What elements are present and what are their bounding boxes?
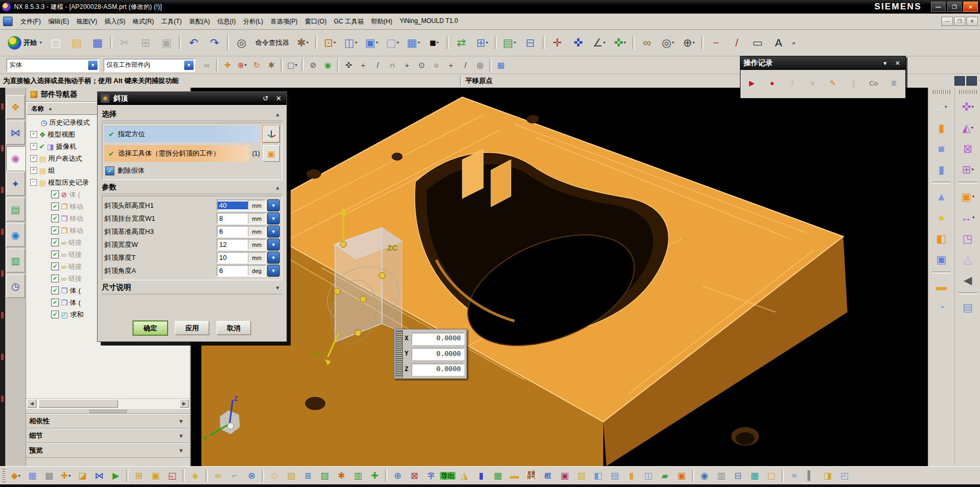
toolbar-grip[interactable] bbox=[933, 90, 950, 94]
menu-item[interactable]: 编辑(E) bbox=[44, 16, 73, 28]
status-mini-icon[interactable] bbox=[954, 76, 965, 86]
parameter-input[interactable]: 6 deg bbox=[217, 265, 266, 277]
workpiece-icon[interactable]: ▦ bbox=[24, 468, 41, 483]
scope-combo[interactable]: 仅在工作部件内▼ bbox=[103, 58, 195, 72]
paste-icon[interactable]: ▣ bbox=[156, 32, 177, 53]
delete-dummy-checkbox[interactable]: ✓ 删除假体 bbox=[104, 164, 280, 177]
graphics-viewport[interactable]: ZC YC Z Y X 0.0000 Y 0.0000 Z 0.0000 bbox=[191, 88, 928, 466]
child-minimize-button[interactable]: — bbox=[941, 17, 953, 26]
checkbox-icon[interactable]: ✔ bbox=[51, 251, 59, 258]
bom-icon[interactable]: ≣ bbox=[300, 468, 316, 483]
ejector-table-icon[interactable]: ▦ bbox=[489, 468, 506, 483]
toolbar-grip[interactable] bbox=[959, 90, 977, 94]
checkbox-icon[interactable]: ✔ bbox=[51, 215, 59, 222]
coordinate-input[interactable]: 0.0000 bbox=[411, 332, 464, 345]
checkbox-icon[interactable]: ✔ bbox=[51, 287, 59, 294]
ok-button[interactable]: 确定 bbox=[133, 321, 168, 335]
cone-icon[interactable]: ▲ bbox=[929, 186, 953, 207]
endpoint-snap-icon[interactable]: / bbox=[371, 58, 385, 73]
copy-icon[interactable]: ⊞ bbox=[135, 32, 156, 53]
drawing-icon[interactable]: ▨ bbox=[316, 468, 333, 483]
link-check-icon[interactable]: ∞ bbox=[637, 32, 658, 53]
constraint-navigator-tab[interactable]: ⋈ bbox=[6, 121, 25, 145]
pocket-tool-icon[interactable]: ◇ bbox=[266, 468, 283, 483]
save-icon[interactable]: ▦ bbox=[87, 32, 108, 53]
midpoint-snap-icon[interactable]: ✜ bbox=[341, 58, 356, 73]
menu-item[interactable]: 装配(A) bbox=[185, 16, 213, 28]
expand-arrow-icon[interactable]: ▼ bbox=[175, 431, 187, 441]
check-mold-icon[interactable]: ◉ bbox=[696, 468, 713, 483]
spinner-dropdown-icon[interactable]: ▼ bbox=[267, 212, 280, 224]
record-icon[interactable]: ● bbox=[763, 76, 781, 90]
add-material-icon[interactable]: ✚▾ bbox=[57, 468, 74, 483]
split-body-icon[interactable]: ◧ bbox=[929, 228, 953, 248]
step-icon[interactable]: ∥ bbox=[844, 76, 862, 90]
plate-tool-icon[interactable]: ▢ bbox=[763, 468, 780, 483]
swap-view-icon[interactable]: ⇄ bbox=[451, 32, 472, 53]
point-icon[interactable]: ✜▾ bbox=[609, 32, 630, 53]
collapsed-panel[interactable]: 细节 ▼ bbox=[26, 429, 190, 443]
rect-select-icon[interactable]: ▢▾ bbox=[285, 58, 300, 73]
expander-icon[interactable]: − bbox=[30, 179, 37, 186]
window-icon[interactable]: ◫ bbox=[640, 468, 656, 483]
rotate-wcs-icon[interactable]: ↻ bbox=[249, 58, 264, 73]
undo-icon[interactable]: ↶ bbox=[183, 32, 204, 53]
close-button[interactable]: ✕ bbox=[963, 2, 978, 12]
expander-icon[interactable]: + bbox=[30, 131, 37, 138]
export-icon[interactable]: 导出 bbox=[439, 468, 456, 483]
face-point-snap-icon[interactable]: ◎ bbox=[473, 58, 487, 73]
matrix-tool-icon[interactable]: ▦ bbox=[746, 468, 763, 483]
select-tool-body-row[interactable]: ✔ 选择工具体（需拆分斜顶的工件） bbox=[104, 145, 249, 162]
new-file-icon[interactable]: ▢ bbox=[45, 32, 66, 53]
rectangle-icon[interactable]: ▭ bbox=[747, 32, 768, 53]
menu-item[interactable]: 窗口(O) bbox=[301, 16, 330, 28]
checkbox-icon[interactable]: ✔ bbox=[51, 239, 59, 246]
code-icon[interactable]: Co bbox=[865, 76, 882, 90]
trim-mold-icon[interactable]: ◱ bbox=[164, 468, 181, 483]
hole-icon[interactable]: ▣ bbox=[929, 248, 953, 269]
no-snap-icon[interactable]: ⊘ bbox=[306, 58, 320, 73]
column-icon[interactable]: ▮ bbox=[623, 468, 640, 483]
csys-manipulator-button[interactable] bbox=[263, 126, 280, 142]
checkbox-icon[interactable]: ✔ bbox=[51, 275, 59, 282]
redo-icon[interactable]: ↷ bbox=[204, 32, 225, 53]
spinner-dropdown-icon[interactable]: ▼ bbox=[267, 225, 280, 237]
browser-tab[interactable]: ▥ bbox=[6, 248, 25, 272]
intersection-snap-icon[interactable]: + bbox=[400, 58, 414, 73]
tool-body-button[interactable]: ▣ bbox=[263, 145, 280, 162]
existing-point-snap-icon[interactable]: + bbox=[444, 58, 458, 73]
edit-script-icon[interactable]: ✎ bbox=[824, 76, 842, 90]
cancel-button[interactable]: 取消 bbox=[217, 321, 251, 335]
toolbar-overflow[interactable]: » bbox=[792, 40, 795, 46]
log-icon[interactable]: ≣ bbox=[885, 76, 903, 90]
menu-item[interactable]: 视图(V) bbox=[73, 16, 101, 28]
collapse-arrow-icon[interactable]: ▲ bbox=[273, 110, 282, 118]
parameter-input[interactable]: 40 mm bbox=[217, 199, 266, 211]
web-info-tab[interactable]: ◉ bbox=[6, 223, 25, 247]
wave-link-icon[interactable]: ∞ bbox=[210, 468, 226, 483]
delete-face-icon[interactable]: ⊠ bbox=[956, 138, 980, 159]
panel-dropdown-icon[interactable]: ▾ bbox=[880, 60, 890, 67]
collapse-arrow-icon[interactable]: ▲ bbox=[273, 183, 282, 192]
link-icon[interactable]: ∞ bbox=[199, 58, 214, 73]
command-finder-button[interactable]: 命令查找器 bbox=[252, 38, 292, 47]
line-icon[interactable]: / bbox=[726, 32, 747, 53]
child-close-button[interactable]: ✕ bbox=[966, 17, 978, 26]
shrinkage-icon[interactable]: ◪ bbox=[74, 468, 91, 483]
expander-icon[interactable]: + bbox=[30, 155, 37, 162]
dialog-titlebar[interactable]: ✱ 斜顶 ↺ ✕ bbox=[98, 92, 286, 105]
menu-item[interactable]: 格式(R) bbox=[129, 16, 158, 28]
start-button[interactable]: 开始▾ bbox=[4, 34, 45, 51]
sheet-body-icon[interactable]: ▤ bbox=[956, 296, 980, 317]
spline-icon[interactable]: ~ bbox=[706, 32, 726, 53]
sheet-view-icon[interactable]: ◫▾ bbox=[340, 32, 361, 53]
spinner-dropdown-icon[interactable]: ▼ bbox=[267, 239, 280, 251]
section-dimension-notes[interactable]: 尺寸说明 ▼ bbox=[102, 281, 282, 294]
toolbar-grip[interactable] bbox=[2, 469, 5, 482]
section-select[interactable]: 选择 ▲ bbox=[102, 108, 282, 121]
scrollbar-thumb[interactable] bbox=[39, 399, 118, 408]
delete-tool-icon[interactable]: ⊠ bbox=[406, 468, 423, 483]
sphere-icon[interactable]: ● bbox=[929, 207, 953, 228]
center-snap-icon[interactable]: ⊙ bbox=[414, 58, 429, 73]
assembly-add-icon[interactable]: ✚ bbox=[366, 468, 383, 483]
